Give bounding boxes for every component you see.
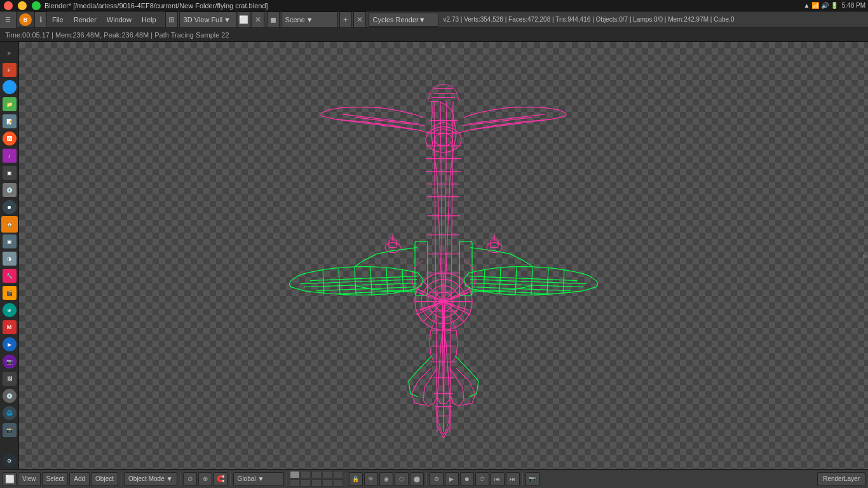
- sidebar-icon-0[interactable]: F: [1, 62, 18, 78]
- menu-toggle-btn[interactable]: ☰: [0, 11, 17, 28]
- svg-rect-75: [415, 241, 428, 295]
- sidebar-icon-12[interactable]: 🔧: [1, 268, 18, 284]
- layer-cell-1[interactable]: [290, 471, 300, 478]
- sep6: [426, 473, 427, 485]
- layer-cell-2[interactable]: [301, 471, 311, 478]
- viewport[interactable]: ▲ ▶: [19, 42, 868, 469]
- svg-line-24: [336, 119, 418, 130]
- transform-orientation-dropdown[interactable]: Global▼: [233, 472, 284, 486]
- layer-cell-8[interactable]: [311, 479, 322, 487]
- layer-cell-3[interactable]: [311, 471, 322, 478]
- menu-help[interactable]: Help: [137, 11, 161, 28]
- viewport-background: ▲ ▶: [19, 42, 868, 469]
- menu-render[interactable]: Render: [69, 11, 102, 28]
- layer-cell-9[interactable]: [322, 479, 332, 487]
- maximize-btn[interactable]: [32, 1, 41, 10]
- expand-right-arrow[interactable]: ▶: [863, 252, 868, 259]
- sep1: [121, 473, 121, 485]
- svg-point-31: [435, 133, 452, 146]
- sidebar-icon-17[interactable]: 📷: [1, 353, 18, 370]
- frame-start-btn[interactable]: ⏮: [491, 472, 505, 486]
- sidebar-icon-14[interactable]: ⊕: [1, 302, 18, 318]
- close-view-icon[interactable]: ✕: [252, 11, 264, 28]
- menu-window[interactable]: Window: [102, 11, 137, 28]
- render-preview-btn[interactable]: ◉: [379, 472, 393, 486]
- svg-line-60: [355, 268, 356, 295]
- sidebar-icon-bottom[interactable]: ⚙: [1, 452, 18, 469]
- scene-remove-icon[interactable]: ✕: [353, 11, 366, 28]
- fullscreen-icon[interactable]: ⬜: [238, 11, 250, 28]
- select-btn[interactable]: Select: [42, 472, 69, 486]
- menu-file[interactable]: File: [47, 11, 69, 28]
- sidebar-icon-21[interactable]: 📸: [1, 422, 18, 438]
- add-btn[interactable]: Add: [69, 472, 90, 486]
- svg-line-68: [473, 290, 552, 294]
- svg-point-30: [426, 127, 461, 152]
- close-btn[interactable]: [4, 1, 13, 10]
- sidebar-icon-11[interactable]: ◑: [1, 250, 18, 267]
- render-engine-dropdown[interactable]: Cycles Render ▼: [369, 13, 438, 27]
- sidebar-icon-2[interactable]: 📁: [1, 96, 18, 112]
- camera-icon-btn[interactable]: 📷: [526, 472, 539, 486]
- sidebar-icon-7[interactable]: 💿: [1, 182, 18, 198]
- bottom-toolbar: ⬜ View Select Add Object Object Mode▼ ⊙ …: [0, 469, 868, 488]
- sidebar-icon-20[interactable]: 🌐: [1, 405, 18, 421]
- minimize-btn[interactable]: [18, 1, 27, 10]
- sidebar-icon-6[interactable]: ▣: [1, 165, 18, 181]
- lock-icon-btn[interactable]: 🔒: [349, 472, 363, 486]
- svg-line-71: [531, 268, 532, 295]
- scene-add-icon[interactable]: +: [339, 11, 352, 28]
- split-icon[interactable]: ⊞: [165, 11, 178, 28]
- sidebar-icon-16[interactable]: ▶: [1, 336, 18, 353]
- info-icon-btn[interactable]: ℹ: [34, 11, 47, 28]
- layer-cell-7[interactable]: [301, 479, 311, 487]
- layer-cell-10[interactable]: [333, 479, 343, 487]
- sep5: [346, 473, 346, 485]
- anim-play-btn[interactable]: ▶: [445, 472, 459, 486]
- sidebar-icon-15[interactable]: M: [1, 319, 18, 336]
- menu-bar: ☰ B ℹ File Render Window Help ⊞ 3D View …: [0, 11, 868, 28]
- sidebar-icon-8[interactable]: ⏺: [1, 199, 18, 215]
- frame-end-btn[interactable]: ⏭: [506, 472, 520, 486]
- wireframe-btn[interactable]: ⬡: [395, 472, 409, 486]
- svg-line-25: [342, 114, 418, 124]
- sidebar-icon-3[interactable]: 📝: [1, 113, 18, 130]
- mode-dropdown[interactable]: Object Mode▼: [124, 472, 177, 486]
- manipulator-btn[interactable]: ⊕: [198, 472, 212, 486]
- snap-btn[interactable]: 🧲: [214, 472, 227, 486]
- aircraft-model: [253, 51, 634, 445]
- sidebar-icon-9[interactable]: 🏠: [1, 216, 18, 233]
- render-icon[interactable]: ◼: [267, 11, 280, 28]
- layer-cell-6[interactable]: [290, 479, 300, 487]
- scene-dropdown[interactable]: Scene ▼: [281, 11, 338, 28]
- system-icons: ▲ 📶 🔊 🔋: [804, 2, 838, 9]
- svg-line-28: [469, 114, 545, 124]
- view3-btn[interactable]: 👁: [364, 472, 378, 486]
- sidebar-icon-5[interactable]: ♪: [1, 147, 18, 164]
- solid-btn[interactable]: ⬤: [410, 472, 424, 486]
- expand-top-arrow[interactable]: ▲: [440, 42, 447, 49]
- blender-logo: B: [19, 13, 32, 26]
- sidebar-icon-4[interactable]: 🅰: [1, 130, 18, 147]
- sidebar-icon-1[interactable]: 🌐: [1, 79, 18, 95]
- scene-props-btn[interactable]: ⚙: [430, 472, 444, 486]
- object-btn[interactable]: Object: [91, 472, 118, 486]
- sidebar-expand[interactable]: ▶: [1, 44, 18, 61]
- pivot-btn[interactable]: ⊙: [183, 472, 197, 486]
- timeline-btn[interactable]: ⏱: [475, 472, 489, 486]
- sidebar-icon-13[interactable]: 🎬: [1, 285, 18, 301]
- sidebar-icon-19[interactable]: 💿: [1, 388, 18, 404]
- sep4: [287, 473, 287, 485]
- render-layer-btn[interactable]: RenderLayer: [817, 472, 865, 486]
- layer-cell-4[interactable]: [322, 471, 332, 478]
- view-btn[interactable]: View: [18, 472, 41, 486]
- view-mode-dropdown[interactable]: 3D View Full ▼: [179, 11, 236, 28]
- svg-line-70: [547, 268, 548, 295]
- record-btn[interactable]: ⏺: [460, 472, 474, 486]
- sidebar-icon-18[interactable]: 🖼: [1, 370, 18, 387]
- sep2: [180, 473, 180, 485]
- sidebar-icon-10[interactable]: ▣: [1, 233, 18, 250]
- layer-cell-5[interactable]: [333, 471, 343, 478]
- svg-line-63: [402, 269, 403, 293]
- viewport-icon-btn[interactable]: ⬜: [3, 472, 17, 486]
